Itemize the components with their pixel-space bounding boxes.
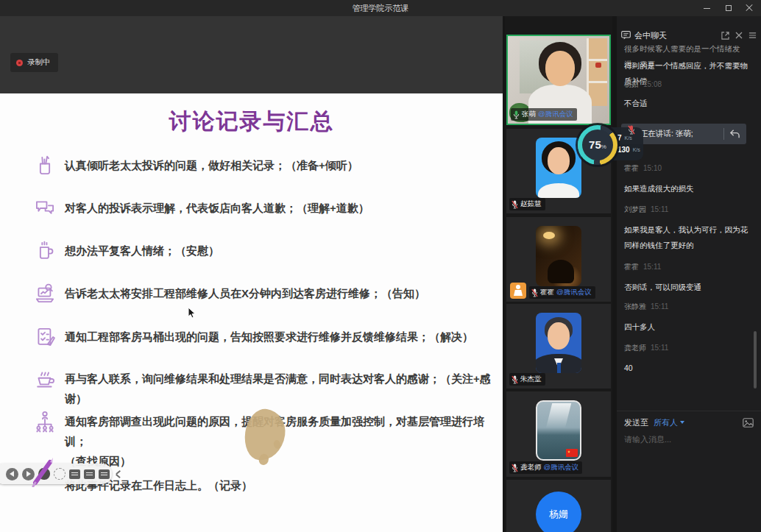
avatar-photo (536, 313, 581, 373)
participant-suffix: @腾讯会议 (544, 463, 579, 472)
popout-icon[interactable] (721, 32, 729, 40)
close-chat-icon[interactable] (735, 32, 743, 39)
avatar-light-rays (546, 403, 571, 428)
reply-arrow-icon[interactable] (729, 129, 740, 139)
participant-tile-zhangmeng[interactable]: 张萌@腾讯会议 (506, 35, 611, 125)
participant-name: 霍霍 (540, 288, 554, 297)
flag-star (567, 450, 570, 453)
slide-title: 讨论记录与汇总 (0, 107, 503, 137)
gauge-unit: % (601, 143, 606, 150)
chat-sender: 张静雅15:11 (624, 302, 668, 312)
chevron-down-icon (680, 421, 684, 424)
badge-person-body (514, 290, 523, 296)
chat-sender: 霍霍15:10 (624, 163, 662, 174)
send-image-button[interactable] (743, 418, 754, 428)
recording-label: 录制中 (27, 57, 51, 68)
chat-scrollbar[interactable] (754, 331, 757, 389)
laptop-search-icon (34, 282, 56, 305)
chat-message: 否则话，可以同级变通 (624, 280, 754, 295)
avatar-face (548, 322, 570, 350)
previous-icon (10, 471, 14, 477)
chat-message: 如果造成很大的损失 (624, 181, 754, 196)
banner-divider (723, 128, 724, 140)
performance-gauge[interactable]: 75% (578, 125, 617, 165)
chat-sender: 霍霍15:11 (624, 262, 661, 272)
avatar-shirt (538, 183, 579, 198)
podium-badge-icon (510, 283, 526, 299)
participant-tile-gonglaoshi[interactable]: 龚老师@腾讯会议 (506, 391, 611, 477)
chat-header: 会中聊天 (617, 28, 761, 43)
chat-message: 不合适 (624, 96, 754, 111)
chat-title: 会中聊天 (634, 30, 667, 41)
slide-bullet: 通知工程部客房马桶出现的问题，告知按照要求进行维修并反馈维修结果；（解决） (65, 327, 495, 347)
chat-time: 15:11 (643, 263, 661, 271)
chat-sender: 杨茹15:08 (624, 79, 662, 90)
avatar-photo (536, 226, 581, 286)
participant-name: 赵茹慧 (520, 199, 542, 209)
chat-menu-icon[interactable] (748, 32, 757, 39)
participant-tile-zhujietang[interactable]: 朱杰堂 (506, 304, 611, 389)
video-shelf-item (595, 63, 601, 68)
video-person-face (545, 51, 575, 86)
slides-view-button[interactable] (69, 469, 80, 479)
participant-tile-huohuo[interactable]: 霍霍@腾讯会议 (506, 217, 611, 302)
avatar-initials: 杨姗 (536, 492, 581, 532)
slide-bullet: 认真倾听老太太投诉的问题，做好相关记录；（准备+倾听） (65, 155, 495, 175)
checklist-icon (34, 325, 56, 349)
mic-on-icon (513, 110, 520, 119)
window-title: 管理学院示范课 (0, 3, 761, 14)
window-titlebar: 管理学院示范课 (0, 0, 761, 16)
avatar-face (548, 147, 570, 174)
download-value: 130 (617, 146, 630, 154)
recording-dot-icon (16, 60, 23, 66)
slide-bullet: 想办法平复客人情绪；（安慰） (65, 241, 495, 260)
chat-message-input[interactable] (624, 433, 754, 446)
close-button[interactable] (739, 0, 760, 16)
participant-name-label: 赵茹慧 (509, 198, 545, 210)
send-to-label: 发送至 (624, 417, 648, 428)
chat-time: 15:11 (651, 205, 668, 213)
slide-bullet: 对客人的投诉表示理解，代表饭店向客人道歉；（理解+道歉） (65, 198, 495, 218)
avatar-photo (536, 138, 581, 198)
send-to-value: 所有人 (654, 417, 678, 428)
mic-muted-icon (512, 375, 518, 384)
participant-suffix: @腾讯会议 (538, 110, 573, 119)
chat-bubbles-icon (34, 196, 56, 220)
minimize-button[interactable] (696, 0, 717, 16)
mic-muted-icon (531, 288, 538, 297)
muted-mic-icon (628, 124, 635, 138)
participant-name: 朱杰堂 (520, 375, 542, 384)
gauge-percent: 75 (589, 138, 601, 151)
download-unit: K/s (633, 147, 640, 152)
participant-suffix: @腾讯会议 (556, 288, 592, 297)
gauge-readout: 75% (582, 130, 613, 160)
participant-name-label: 张萌@腾讯会议 (511, 108, 577, 121)
pen-icon[interactable] (28, 453, 59, 490)
upload-value: 7 (617, 134, 622, 142)
collapse-toolbar-button[interactable] (113, 469, 121, 479)
avatar-figure (548, 260, 574, 283)
slide-bullet: 将此事件记录在工作日志上。（记录） (65, 475, 495, 495)
monitor-button[interactable] (84, 469, 95, 479)
chat-time: 15:08 (643, 80, 662, 88)
send-to-selector[interactable]: 所有人 (654, 417, 684, 428)
chat-time: 15:11 (651, 302, 668, 311)
avatar-lamp (543, 232, 555, 239)
participant-name-label: 霍霍@腾讯会议 (529, 286, 595, 299)
maximize-button[interactable] (718, 0, 739, 16)
shared-screen-background: 录制中 (0, 16, 503, 93)
avatar-photo (536, 400, 581, 461)
pencil-cup-icon (34, 154, 56, 177)
minimize-icon (704, 8, 710, 9)
badge-person-head (516, 285, 520, 289)
chat-sender: 龚老师15:11 (624, 343, 668, 353)
toolbar-menu-button[interactable] (99, 469, 110, 479)
org-chart-icon (34, 410, 56, 433)
chat-sender: 刘梦园15:11 (624, 205, 668, 215)
maximize-icon (726, 5, 732, 11)
chat-divider (617, 411, 761, 411)
slide-bullet: 告诉老太太将安排工程部维修人员在X分钟内到达客房进行维修；（告知） (65, 283, 495, 303)
previous-slide-button[interactable] (6, 468, 18, 480)
participant-tile-yangshan[interactable]: 杨姗 (506, 480, 611, 532)
chat-message: 40 (624, 361, 754, 376)
